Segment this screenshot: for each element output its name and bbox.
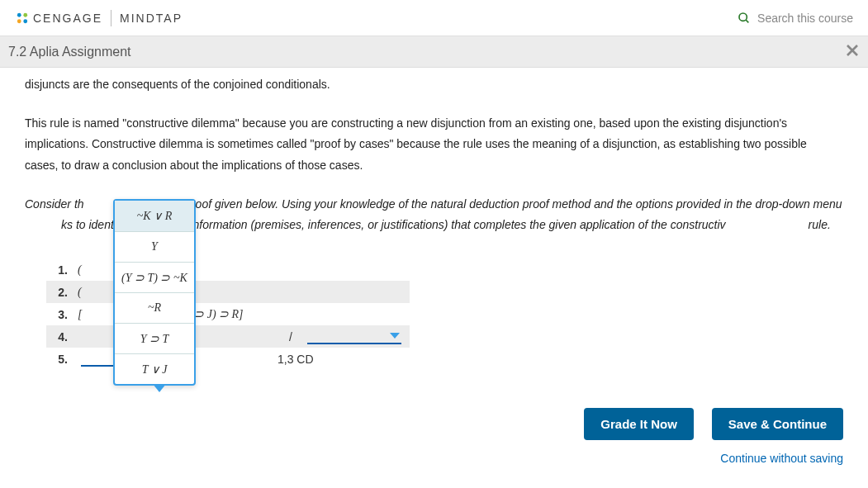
proof-row: 2. (	[46, 281, 410, 303]
paragraph-fragment: disjuncts are the consequents of the con…	[25, 74, 843, 95]
continue-without-saving-link[interactable]: Continue without saving	[720, 452, 843, 465]
chevron-down-icon	[390, 333, 400, 339]
svg-line-5	[746, 20, 748, 22]
dropdown-option[interactable]: Y ⊃ T	[115, 323, 194, 353]
content-area: disjuncts are the consequents of the con…	[0, 68, 868, 386]
paragraph-explanation: This rule is named "constructive dilemma…	[25, 113, 843, 176]
secondary-actions: Continue without saving	[0, 445, 868, 473]
proof-row: 1. ( )	[46, 258, 410, 281]
search-box[interactable]: Search this course	[738, 12, 853, 25]
brand: CENGAGE MINDTAP	[15, 10, 183, 26]
dropdown-option[interactable]: ~R	[115, 292, 194, 323]
brand-logo-icon	[15, 11, 30, 26]
row-text-pre: (	[78, 286, 82, 299]
instr-frag-b: ion proof given below. Using your knowle…	[167, 197, 842, 211]
proof-row: 5. 1,3 CD	[46, 348, 410, 370]
justification-dropdown[interactable]	[307, 329, 401, 344]
svg-point-1	[23, 12, 27, 17]
proof-row: 3. [ [(U ⊃ J) ⊃ R]	[46, 303, 410, 325]
dropdown-option[interactable]: T ∨ J	[115, 353, 194, 384]
dropdown-option[interactable]: Y	[115, 231, 194, 262]
instr-frag-a: Consider th	[25, 197, 84, 211]
top-bar: CENGAGE MINDTAP Search this course	[0, 0, 868, 36]
brand-separator	[111, 10, 111, 26]
svg-point-0	[17, 12, 21, 17]
svg-point-4	[739, 13, 747, 21]
row-text-pre: [	[78, 308, 82, 321]
instr-frag-d: rule.	[809, 218, 831, 231]
action-buttons: Grade It Now Save & Continue	[0, 386, 868, 445]
answer-dropdown[interactable]: ~K ∨ R Y (Y ⊃ T) ⊃ ~K ~R Y ⊃ T T ∨ J	[113, 199, 196, 386]
row-number: 4.	[46, 330, 78, 343]
row-number: 1.	[46, 263, 78, 277]
dropdown-option[interactable]: ~K ∨ R	[115, 201, 194, 231]
svg-point-2	[17, 19, 21, 23]
row-text-pre: (	[78, 263, 82, 277]
brand-name-1: CENGAGE	[33, 12, 102, 25]
svg-point-3	[23, 19, 27, 23]
proof-row: 4. /	[46, 325, 410, 348]
justification-separator: /	[289, 330, 292, 343]
justification-text: 1,3 CD	[277, 353, 401, 366]
assignment-title: 7.2 Aplia Assignment	[8, 45, 131, 59]
close-icon[interactable]	[845, 41, 860, 63]
grade-button[interactable]: Grade It Now	[584, 408, 694, 440]
row-number: 2.	[46, 286, 78, 299]
row-number: 5.	[46, 353, 78, 366]
proof-table: 1. ( ) 2. ( 3. [ [(U ⊃ J) ⊃ R] 4.	[46, 258, 410, 370]
search-icon	[738, 12, 751, 25]
sub-header: 7.2 Aplia Assignment	[0, 36, 868, 68]
save-continue-button[interactable]: Save & Continue	[712, 408, 843, 440]
dropdown-option[interactable]: (Y ⊃ T) ⊃ ~K	[115, 262, 194, 292]
search-placeholder: Search this course	[757, 12, 853, 25]
brand-name-2: MINDTAP	[120, 12, 183, 25]
row-number: 3.	[46, 308, 78, 321]
